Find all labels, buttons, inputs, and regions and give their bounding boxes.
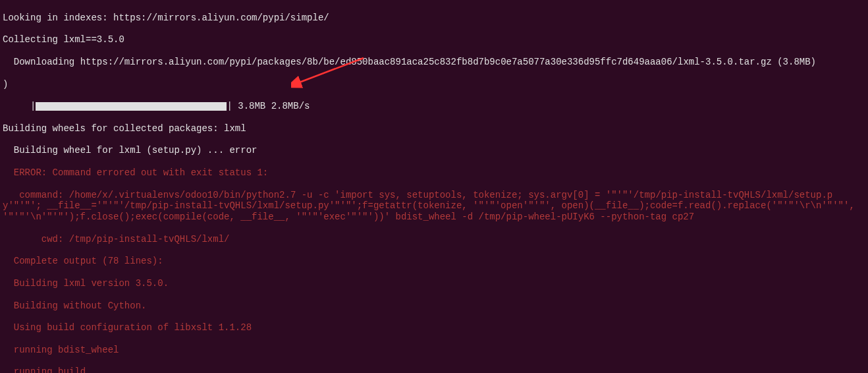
progress-bar-fill — [36, 102, 227, 111]
pip-downloading-close: ) — [3, 79, 865, 90]
progress-prefix: | — [3, 101, 36, 111]
error-command: command: /home/x/.virtualenvs/odoo10/bin… — [3, 190, 865, 223]
terminal-output[interactable]: Looking in indexes: https://mirrors.aliy… — [0, 0, 868, 373]
progress-suffix: | 3.8MB 2.8MB/s — [227, 101, 310, 111]
error-cwd: cwd: /tmp/pip-install-tvQHLS/lxml/ — [3, 234, 865, 245]
error-output-header: Complete output (78 lines): — [3, 256, 865, 267]
pip-progress-line: || 3.8MB 2.8MB/s — [3, 101, 865, 112]
build-line: Building without Cython. — [3, 301, 865, 312]
error-header: ERROR: Command errored out with exit sta… — [3, 167, 865, 179]
pip-collecting-line: Collecting lxml==3.5.0 — [3, 34, 865, 45]
build-line: Using build configuration of libxslt 1.1… — [3, 322, 865, 333]
build-line: Building lxml version 3.5.0. — [3, 278, 865, 289]
pip-downloading-line: Downloading https://mirrors.aliyun.com/p… — [3, 57, 865, 68]
build-line: running build — [3, 366, 865, 373]
pip-building-wheels: Building wheels for collected packages: … — [3, 123, 865, 134]
pip-index-line: Looking in indexes: https://mirrors.aliy… — [3, 13, 865, 24]
build-line: running bdist_wheel — [3, 345, 865, 356]
pip-building-wheel-error: Building wheel for lxml (setup.py) ... e… — [3, 145, 865, 156]
